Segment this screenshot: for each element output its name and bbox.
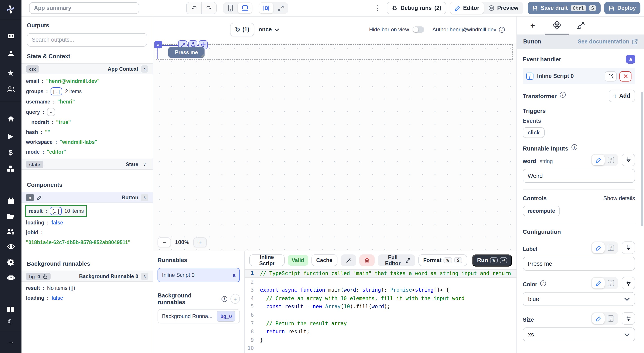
eval-mode-function-icon[interactable]: f <box>604 155 617 165</box>
workspace-building-icon[interactable] <box>0 32 22 40</box>
debug-runs-button[interactable]: Debug runs (2) <box>387 2 446 14</box>
show-details-link[interactable]: Show details <box>603 195 635 201</box>
label-value-input[interactable] <box>523 257 635 271</box>
zoom-in-button[interactable]: + <box>193 237 207 247</box>
favorites-star-icon[interactable]: ★ <box>0 68 22 78</box>
hide-bar-toggle[interactable] <box>413 27 424 33</box>
remove-script-button[interactable] <box>620 71 632 81</box>
search-outputs-input[interactable] <box>27 33 147 47</box>
tab-preview[interactable]: Preview <box>484 2 523 14</box>
dark-mode-moon-icon[interactable]: ☾ <box>0 318 22 326</box>
component-a-header[interactable]: a Button ∧ <box>22 192 152 203</box>
collapse-sidebar-arrow-icon[interactable]: → <box>0 338 22 346</box>
code-line[interactable]: 3export async function main(word: string… <box>245 286 516 294</box>
resources-cubes-icon[interactable] <box>0 165 22 172</box>
format-button[interactable]: Format ⌘ S <box>418 254 467 266</box>
canvas-grid[interactable]: a Press me <box>153 43 516 251</box>
desktop-view-icon[interactable] <box>238 3 252 14</box>
schedules-calendar-icon[interactable] <box>0 197 22 205</box>
full-editor-button[interactable]: Full Editor <box>378 254 415 266</box>
code-line[interactable]: 5 const result = new Array(10).fill(word… <box>245 303 516 311</box>
app-summary-input[interactable] <box>29 2 139 14</box>
code-editor-content[interactable]: 1// TypeScript function called "main" th… <box>245 269 516 353</box>
delete-script-button[interactable] <box>359 254 374 266</box>
collapse-chevron-up-icon[interactable]: ∧ <box>141 65 148 72</box>
zoom-out-button[interactable]: − <box>158 237 171 247</box>
static-mode-pencil-icon[interactable] <box>592 278 604 288</box>
collapse-chevron-up-icon[interactable]: ∧ <box>141 273 148 280</box>
settings-gear-icon[interactable] <box>0 258 22 266</box>
ai-assistant-wand-button[interactable] <box>340 254 356 266</box>
tab-editor[interactable]: Editor <box>450 2 484 14</box>
connect-plug-icon[interactable] <box>622 241 635 254</box>
word-value-input[interactable] <box>523 169 635 183</box>
resize-corner-handle[interactable] <box>200 54 204 57</box>
full-width-layout-icon[interactable] <box>274 3 288 14</box>
variables-dollar-icon[interactable]: $ <box>0 149 22 157</box>
component-settings-tab-icon[interactable] <box>545 17 569 35</box>
component-id-tag[interactable]: a <box>154 41 162 48</box>
home-icon[interactable] <box>0 115 22 123</box>
bg0-section-header[interactable]: bg_0 Background Runnable 0 ∧ <box>22 271 152 282</box>
press-me-button[interactable]: Press me <box>168 47 204 58</box>
info-icon[interactable]: i <box>540 280 546 286</box>
add-transformer-button[interactable]: + Add <box>608 90 635 102</box>
open-script-button[interactable] <box>604 71 617 81</box>
centered-layout-icon[interactable] <box>259 3 274 14</box>
redo-icon[interactable]: ↷ <box>202 2 216 14</box>
collapse-chevron-up-icon[interactable]: ∧ <box>141 194 148 201</box>
code-line[interactable]: 10 <box>245 344 516 352</box>
info-icon[interactable]: i <box>572 144 577 150</box>
ai-robot-icon[interactable] <box>0 274 22 281</box>
recompute-control-badge[interactable]: recompute <box>523 206 560 216</box>
info-icon[interactable]: i <box>560 92 566 97</box>
info-icon[interactable]: i <box>222 296 227 302</box>
expand-array-badge[interactable]: [...] <box>50 87 62 95</box>
code-line[interactable]: 1// TypeScript function called "main" th… <box>245 269 516 277</box>
selected-component-outline[interactable]: a Press me <box>157 45 207 59</box>
code-line[interactable]: 7 // Return the result array <box>245 319 516 327</box>
groups-admin-icon[interactable] <box>0 228 22 235</box>
attached-inline-script-row[interactable]: f Inline Script 0 <box>523 68 635 84</box>
static-mode-pencil-icon[interactable] <box>592 155 604 165</box>
expand-array-badge[interactable]: [...] <box>50 207 62 215</box>
recompute-mode-dropdown[interactable]: once <box>259 27 279 33</box>
empty-object-badge[interactable]: - <box>47 108 55 116</box>
cache-button[interactable]: Cache <box>311 254 337 266</box>
insert-component-tab-plus-icon[interactable]: ＋ <box>520 17 545 35</box>
mobile-view-icon[interactable] <box>223 3 238 14</box>
expand-chevron-down-icon[interactable]: ∨ <box>141 161 148 168</box>
code-line[interactable]: 2 <box>245 277 516 286</box>
event-click-badge[interactable]: click <box>523 127 544 138</box>
static-mode-pencil-icon[interactable] <box>592 313 604 324</box>
deploy-button[interactable]: Deploy <box>604 2 640 14</box>
size-select[interactable]: xs <box>523 327 635 341</box>
edit-pencil-icon[interactable] <box>37 195 42 200</box>
info-icon[interactable]: i <box>499 27 505 33</box>
runs-play-icon[interactable]: ▶ <box>0 132 22 140</box>
docs-book-icon[interactable] <box>0 306 22 313</box>
static-mode-pencil-icon[interactable] <box>592 242 604 253</box>
more-options-kebab-icon[interactable]: ⋮ <box>373 4 382 12</box>
code-line[interactable]: 6 <box>245 311 516 319</box>
connect-plug-icon[interactable] <box>622 154 635 166</box>
connect-plug-icon[interactable] <box>622 312 635 325</box>
audit-eye-icon[interactable] <box>0 243 22 250</box>
eval-mode-function-icon[interactable]: f <box>604 278 617 288</box>
run-button[interactable]: Run ⌘ ⏎ <box>472 254 512 266</box>
ctx-section-header[interactable]: ctx App Context ∧ <box>22 63 152 74</box>
color-select[interactable]: blue <box>523 292 635 306</box>
see-documentation-link[interactable]: See documentation <box>578 39 638 45</box>
folders-icon[interactable] <box>0 213 22 220</box>
code-line[interactable]: 9} <box>245 336 516 344</box>
undo-icon[interactable]: ↶ <box>186 2 202 14</box>
eval-mode-function-icon[interactable]: f <box>604 313 617 324</box>
recompute-all-button[interactable]: ↻ (1) <box>230 23 254 36</box>
connect-plug-icon[interactable] <box>622 277 635 289</box>
panel-scrollbar-thumb[interactable] <box>641 92 643 226</box>
user-icon[interactable] <box>0 50 22 57</box>
runnable-item-inline-script-0[interactable]: Inline Script 0 a <box>158 268 240 282</box>
windmill-logo-icon[interactable] <box>0 5 22 14</box>
inline-script-tab[interactable]: Inline Script <box>249 254 284 266</box>
grid-row[interactable]: a Press me <box>156 44 513 60</box>
